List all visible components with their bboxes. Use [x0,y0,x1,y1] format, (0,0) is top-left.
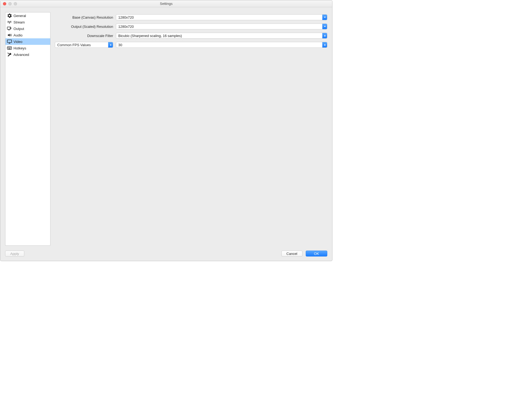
sidebar-item-label: Video [14,40,22,44]
svg-rect-9 [8,48,8,49]
content-area: General Stream Output [0,7,332,248]
downscale-filter-label: Downscale Filter [55,34,116,38]
fps-mode-select[interactable]: Common FPS Values [55,42,113,48]
sidebar-item-general[interactable]: General [5,12,50,19]
video-settings-panel: Base (Canvas) Resolution 1280x720 Output… [55,12,327,246]
output-resolution-combo[interactable]: 1280x720 [116,23,327,29]
svg-rect-5 [9,47,9,48]
apply-button[interactable]: Apply [5,251,24,257]
sidebar-item-advanced[interactable]: Advanced [5,51,50,58]
row-output-resolution: Output (Scaled) Resolution 1280x720 [55,23,327,29]
svg-rect-6 [9,47,10,48]
row-downscale-filter: Downscale Filter Bicubic (Sharpened scal… [55,33,327,39]
base-resolution-value: 1280x720 [116,15,322,19]
window-body: General Stream Output [0,7,332,261]
sidebar-item-label: Stream [14,20,25,24]
antenna-icon [7,20,12,25]
sidebar-item-label: Audio [14,33,22,37]
row-base-resolution: Base (Canvas) Resolution 1280x720 [55,14,327,20]
sidebar-item-audio[interactable]: Audio [5,32,50,38]
monitor-icon [7,39,12,44]
output-resolution-label: Output (Scaled) Resolution [55,25,116,29]
svg-rect-4 [8,47,8,48]
svg-rect-10 [9,48,9,49]
svg-rect-13 [11,48,11,49]
svg-rect-11 [9,48,10,49]
sidebar-item-output[interactable]: Output [5,25,50,32]
window-controls [0,2,17,5]
sidebar-item-label: Advanced [14,53,29,57]
output-resolution-value: 1280x720 [116,25,322,29]
close-window-button[interactable] [3,2,6,5]
fps-value: 30 [116,43,322,47]
zoom-window-button[interactable] [14,2,17,5]
output-icon [7,26,12,31]
cancel-button[interactable]: Cancel [281,251,302,257]
minimize-window-button[interactable] [8,2,12,5]
speaker-icon [7,33,12,38]
sidebar-item-video[interactable]: Video [5,38,50,45]
tools-icon [7,52,12,57]
gear-icon [7,13,12,18]
sidebar-item-stream[interactable]: Stream [5,19,50,25]
sidebar-item-label: Output [14,27,24,31]
sidebar-item-label: General [14,14,26,18]
downscale-filter-value: Bicubic (Sharpened scaling, 16 samples) [116,34,322,38]
fps-mode-wrapper: Common FPS Values [55,42,113,48]
settings-window: Settings General Stream [0,0,332,261]
ok-button[interactable]: OK [306,251,327,257]
svg-rect-7 [10,47,11,48]
chevron-down-icon [322,24,327,29]
fps-mode-value: Common FPS Values [55,43,108,47]
window-title: Settings [0,2,332,6]
base-resolution-combo[interactable]: 1280x720 [116,14,327,20]
fps-value-select[interactable]: 30 [116,42,327,48]
stepper-icon [322,33,327,38]
svg-rect-8 [11,47,11,48]
downscale-filter-select[interactable]: Bicubic (Sharpened scaling, 16 samples) [116,33,327,39]
settings-sidebar: General Stream Output [5,12,50,246]
titlebar: Settings [0,0,332,7]
stepper-icon [322,42,327,48]
keyboard-icon [7,46,12,50]
svg-rect-2 [7,40,12,43]
base-resolution-label: Base (Canvas) Resolution [55,15,116,19]
svg-rect-12 [10,48,11,49]
sidebar-item-hotkeys[interactable]: Hotkeys [5,45,50,51]
sidebar-item-label: Hotkeys [14,46,26,50]
svg-point-0 [9,22,10,22]
stepper-icon [108,42,113,48]
dialog-footer: Apply Cancel OK [0,248,332,261]
row-fps: Common FPS Values 30 [55,42,327,48]
svg-rect-14 [8,49,11,49]
chevron-down-icon [322,15,327,20]
